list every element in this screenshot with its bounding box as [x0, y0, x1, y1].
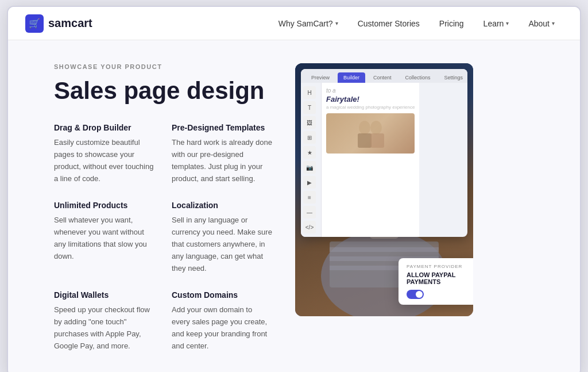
svg-rect-14: [370, 133, 384, 148]
feature-desc: Speed up your checkout flow by adding "o…: [54, 304, 154, 352]
canvas-italic-prefix: to a: [326, 87, 415, 94]
tab-builder[interactable]: Builder: [338, 72, 365, 83]
photo-icon[interactable]: 📷: [303, 161, 316, 174]
feature-title: Unlimited Products: [54, 201, 154, 210]
nav-item-pricing[interactable]: Pricing: [431, 14, 472, 33]
chevron-down-icon: ▾: [552, 20, 555, 26]
logo-icon: 🛒: [25, 14, 44, 33]
svg-point-11: [359, 121, 370, 135]
form-icon[interactable]: ≡: [303, 191, 316, 204]
eyebrow-text: Showcase Your Product: [54, 63, 272, 70]
heading-icon[interactable]: H: [303, 86, 316, 99]
ui-tabs: Preview Builder Content Collections Sett…: [301, 69, 467, 83]
feature-desc: Sell whatever you want, whenever you wan…: [54, 214, 154, 262]
feature-desc: The hard work is already done with our p…: [172, 137, 272, 185]
couple-silhouette: [342, 116, 399, 151]
main-content: Showcase Your Product Sales page design …: [8, 40, 580, 372]
tab-settings[interactable]: Settings: [439, 72, 467, 83]
chevron-down-icon: ▾: [335, 20, 338, 26]
feature-title: Custom Domains: [172, 290, 272, 300]
video-icon[interactable]: ▶: [303, 176, 316, 189]
image-icon[interactable]: 🖼: [303, 116, 316, 129]
grid-icon[interactable]: ⊞: [303, 131, 316, 144]
feature-templates: Pre-Designed Templates The hard work is …: [172, 123, 272, 185]
left-panel: Showcase Your Product Sales page design …: [54, 63, 272, 352]
canvas-headline: Fairytale!: [326, 95, 415, 103]
star-icon[interactable]: ★: [303, 146, 316, 159]
svg-point-12: [370, 121, 382, 135]
features-grid: Drag & Drop Builder Easily customize bea…: [54, 123, 272, 352]
hero-image: Preview Builder Content Collections Sett…: [295, 63, 473, 316]
page-title: Sales page design: [54, 77, 272, 105]
code-icon[interactable]: </>: [303, 221, 316, 233]
payment-card-title: Allow PayPal Payments: [407, 271, 471, 285]
feature-drag-drop: Drag & Drop Builder Easily customize bea…: [54, 123, 154, 185]
ui-body: H T 🖼 ⊞ ★ 📷 ▶ ≡ — </>: [301, 83, 467, 237]
ui-mockup-overlay: Preview Builder Content Collections Sett…: [301, 69, 467, 237]
nav-item-about[interactable]: About ▾: [520, 14, 563, 33]
tab-content[interactable]: Content: [368, 72, 397, 83]
logo[interactable]: 🛒 samcart: [25, 14, 92, 33]
feature-unlimited-products: Unlimited Products Sell whatever you wan…: [54, 201, 154, 274]
toggle-track[interactable]: [407, 290, 424, 299]
nav-item-why-samcart[interactable]: Why SamCart? ▾: [270, 14, 346, 33]
navbar: 🛒 samcart Why SamCart? ▾ Customer Storie…: [8, 7, 580, 40]
feature-digital-wallets: Digital Wallets Speed up your checkout f…: [54, 290, 154, 352]
chevron-down-icon: ▾: [506, 20, 509, 26]
feature-desc: Easily customize beautiful pages to show…: [54, 137, 154, 185]
toggle-thumb: [416, 291, 423, 298]
ui-canvas: to a Fairytale! a magical wedding photog…: [322, 83, 419, 237]
nav-item-customer-stories[interactable]: Customer Stories: [350, 14, 428, 33]
feature-desc: Add your own domain to every sales page …: [172, 304, 272, 352]
feature-desc: Sell in any language or currency you nee…: [172, 214, 272, 274]
feature-title: Digital Wallets: [54, 290, 154, 300]
svg-rect-13: [358, 133, 372, 148]
payment-toggle[interactable]: [407, 290, 471, 299]
nav-items: Why SamCart? ▾ Customer Stories Pricing …: [270, 14, 563, 33]
ui-sidebar-icons: H T 🖼 ⊞ ★ 📷 ▶ ≡ — </>: [301, 83, 322, 237]
tab-collections[interactable]: Collections: [400, 72, 436, 83]
feature-custom-domains: Custom Domains Add your own domain to ev…: [172, 290, 272, 352]
feature-title: Drag & Drop Builder: [54, 123, 154, 132]
canvas-image-placeholder: [326, 113, 415, 154]
text-icon[interactable]: T: [303, 101, 316, 114]
nav-item-learn[interactable]: Learn ▾: [475, 14, 517, 33]
right-panel: Preview Builder Content Collections Sett…: [295, 63, 473, 352]
payment-overlay-card: Payment Provider Allow PayPal Payments: [399, 258, 473, 305]
feature-localization: Localization Sell in any language or cur…: [172, 201, 272, 274]
feature-title: Pre-Designed Templates: [172, 123, 272, 132]
payment-provider-label: Payment Provider: [407, 264, 471, 269]
browser-frame: 🛒 samcart Why SamCart? ▾ Customer Storie…: [7, 6, 581, 372]
canvas-subtext: a magical wedding photography experience: [326, 105, 415, 110]
tab-preview[interactable]: Preview: [305, 72, 335, 83]
svg-rect-6: [330, 247, 439, 252]
feature-title: Localization: [172, 201, 272, 210]
logo-text: samcart: [48, 17, 92, 30]
divider-icon[interactable]: —: [303, 206, 316, 218]
